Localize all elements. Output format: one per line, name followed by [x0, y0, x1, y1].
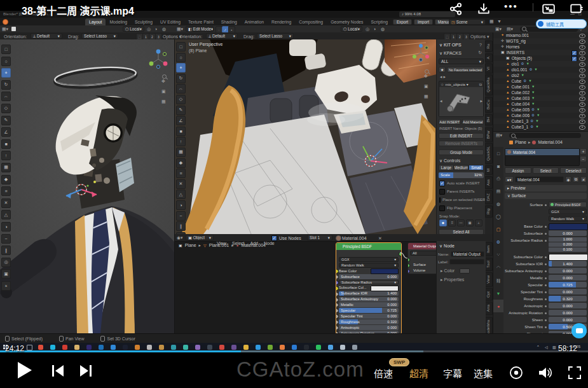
mid-options-dropdown[interactable]: Options ▾	[470, 34, 489, 39]
taskbar-app-icon[interactable]	[328, 345, 333, 350]
kitops-checkbox-auto-scale-insert[interactable]: ✓Auto scale INSERT	[439, 181, 486, 186]
episodes-button[interactable]: 选集	[474, 366, 493, 380]
size-option-medium[interactable]: Medium	[454, 165, 469, 170]
editor-type-icon[interactable]: ▦▾	[2, 27, 8, 31]
taskbar-app-icon[interactable]	[316, 345, 321, 350]
taskbar-app-icon[interactable]	[268, 345, 273, 350]
blender-logo-icon[interactable]	[3, 19, 8, 25]
taskbar-app-icon[interactable]	[50, 345, 55, 350]
visibility-eye-icon[interactable]	[579, 80, 585, 84]
visibility-eye-icon[interactable]	[579, 68, 585, 73]
snap-mode-option-3[interactable]: ▦	[466, 219, 474, 226]
outliner-item-label[interactable]: Cube	[511, 78, 521, 84]
taskbar-app-icon[interactable]	[99, 345, 104, 350]
decorator-dot[interactable]	[545, 277, 547, 279]
mid-scale-tool[interactable]: ⇔	[176, 84, 186, 94]
npanel-tab-tool[interactable]: Tool	[485, 258, 493, 271]
outliner-row[interactable]: ▲Cube⚙▼	[493, 78, 588, 84]
decorator-dot[interactable]	[545, 270, 547, 272]
decorator-dot[interactable]	[545, 284, 547, 286]
breadcrumb-item[interactable]: Plane.001	[209, 243, 229, 247]
deselect-button[interactable]: Deselect	[560, 167, 587, 174]
property-subsurface[interactable]: 0.000	[549, 230, 587, 236]
property-base-color[interactable]	[549, 223, 588, 230]
add-material-button[interactable]: Add Material	[462, 119, 484, 125]
rotate-tool[interactable]: ↻	[1, 80, 11, 90]
node-row-subsurface-anisotropy[interactable]: Subsurface Anisotropy0.000	[339, 297, 399, 302]
outliner-row[interactable]: ▲Cube1_3⚙▼	[493, 118, 588, 124]
viewport-left[interactable]: □○+↻⇔◇✎∠■↑▦◆≡✕△◑~∥◎▣× ✥ ▣ ▦	[0, 39, 175, 333]
color-swatch[interactable]	[371, 268, 399, 274]
kitops-checkbox-place-on-selected-insert[interactable]: Place on selected INSERT	[439, 197, 486, 203]
node-row-anisotropic-rotation[interactable]: Anisotropic Rotation0.000	[339, 331, 399, 333]
outliner-blend-icon[interactable]: ▤▾	[507, 27, 513, 31]
surface-shader-button[interactable]: Principled BSDF	[549, 202, 587, 207]
kitops-checkbox-parent-inserts[interactable]: Parent INSERTs	[439, 189, 486, 195]
kpack-filter-select[interactable]: ALL▾	[439, 59, 484, 64]
breadcrumb-item[interactable]: Plane	[185, 243, 196, 247]
shrink-tool[interactable]: ◎	[1, 258, 11, 267]
decorator-dot[interactable]	[545, 298, 547, 300]
inset-tool[interactable]: ▦	[1, 163, 11, 172]
taskbar-app-icon[interactable]	[147, 345, 152, 350]
property-specular-tint[interactable]: 0.000	[549, 289, 587, 294]
workspace-tab-uv-editing[interactable]: UV Editing	[156, 18, 184, 25]
kitops-checkbox-flip-placement[interactable]: Flip Placement	[439, 205, 486, 211]
node-row-subsurface-col-[interactable]: Subsurface Col...	[339, 286, 399, 291]
visibility-eye-icon[interactable]	[579, 51, 585, 55]
properties-search-input[interactable]	[509, 133, 581, 138]
select-box-tool[interactable]: □	[1, 45, 11, 54]
mid-drag-select[interactable]: Select Lasso▾	[257, 33, 294, 39]
taskbar-app-icon[interactable]	[243, 345, 249, 350]
pack-nav-arrows[interactable]: ◂ ▸	[440, 74, 486, 79]
workspace-tab-animation[interactable]: Animation	[241, 18, 268, 25]
cursor-tool[interactable]: ○	[1, 57, 11, 66]
node-header[interactable]: Principled BSDF	[336, 243, 401, 250]
snap-mode-option-1[interactable]: ⠿	[448, 219, 456, 226]
chat-bubble-button[interactable]	[571, 323, 587, 338]
spin-tool[interactable]: ◑	[1, 222, 11, 232]
properties-section[interactable]: ▸ Properties	[441, 277, 486, 282]
loop-cut-tool[interactable]: ≡	[1, 186, 11, 196]
node-row-roughness[interactable]: Roughness0.320	[339, 319, 399, 324]
outliner-row[interactable]: ✦mixamo.001	[493, 32, 588, 38]
outliner-row[interactable]: ▲Cube.005⚙▼	[493, 107, 588, 113]
taskbar-app-icon[interactable]	[86, 345, 92, 350]
orientation-select[interactable]: ⟂ Default▾	[31, 33, 62, 39]
sidebar-tab-ra[interactable]: Ra	[485, 41, 493, 52]
taskbar-app-icon[interactable]	[111, 345, 116, 350]
mid-poly-build-tool[interactable]: △	[176, 190, 186, 199]
workspace-tab-modeling[interactable]: Modeling	[106, 18, 131, 25]
principled-bsdf-node[interactable]: Principled BSDF BSDFGGX▾Random Walk▾Base…	[336, 242, 402, 333]
action-import[interactable]: Import	[414, 19, 433, 25]
taskbar-app-icon[interactable]	[195, 345, 200, 350]
distribution-select[interactable]: GGX▾	[549, 209, 587, 214]
drag-select[interactable]: Select Lasso▾	[81, 33, 118, 39]
quality-button[interactable]: 超清	[409, 366, 428, 380]
taskbar-app-icon[interactable]	[256, 345, 261, 350]
outliner-row[interactable]: ▲clo2▼	[493, 73, 588, 78]
kitops-title[interactable]: ∨ KIT OPS	[439, 43, 486, 47]
node-row-random-walk[interactable]: Random Walk▾	[339, 263, 399, 268]
input-socket[interactable]	[407, 258, 410, 262]
mid-add-cube-tool[interactable]: ■	[176, 127, 186, 136]
particles-tab[interactable]: ∵	[493, 249, 503, 261]
tray-caret-icon[interactable]: ^	[537, 345, 539, 349]
node-row-metallic[interactable]: Metallic0.000	[339, 302, 399, 307]
extrude-tool[interactable]: ↑	[1, 151, 11, 160]
shader-material-name[interactable]: Material.004	[342, 236, 367, 240]
size-option-small[interactable]: Small	[468, 165, 484, 170]
node-row-specular-tint[interactable]: Specular Tint0.000	[339, 314, 399, 319]
workspace-tab-shading[interactable]: Shading	[217, 18, 241, 25]
property-specular[interactable]: 0.725	[549, 282, 587, 288]
mid-extrude-tool[interactable]: ↑	[176, 137, 186, 146]
mid-transform-tool[interactable]: ◇	[176, 95, 186, 104]
snap-magnet-icon[interactable]: ◎	[147, 27, 151, 31]
workspace-tab-rendering[interactable]: Rendering	[268, 18, 295, 25]
color-swatch[interactable]	[371, 286, 399, 291]
taskbar-app-icon[interactable]	[207, 345, 212, 350]
taskbar-app-icon[interactable]	[183, 345, 188, 350]
preview-panel-header[interactable]: ▸ Preview	[505, 185, 587, 191]
visibility-eye-icon[interactable]	[579, 39, 585, 44]
mid-smooth-tool[interactable]: ~	[176, 211, 186, 221]
